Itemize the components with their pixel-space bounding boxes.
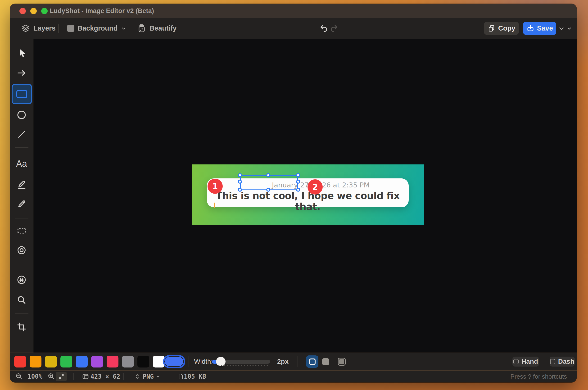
- layers-button[interactable]: Layers: [21, 18, 56, 39]
- chevron-down-icon: [121, 25, 127, 32]
- pointer-icon: [16, 48, 27, 58]
- beautify-label: Beautify: [149, 24, 177, 32]
- marker-icon: [16, 179, 27, 190]
- main-toolbar: Layers Background: [10, 18, 577, 39]
- redo-button[interactable]: [329, 18, 339, 39]
- zoom-in-button[interactable]: [47, 371, 55, 383]
- toolbar-separator: [58, 24, 59, 33]
- magnifier-tool[interactable]: [16, 294, 27, 305]
- text-caret: [214, 202, 215, 208]
- format-selector[interactable]: PNG: [134, 371, 161, 383]
- hand-toggle-button[interactable]: Hand: [512, 357, 539, 367]
- crop-tool[interactable]: [16, 322, 27, 333]
- zoom-in-icon: [47, 373, 55, 381]
- arrow-icon: [16, 67, 27, 78]
- undo-icon: [319, 24, 329, 33]
- sidebar-divider: [15, 218, 28, 218]
- zoom-out-button[interactable]: [15, 371, 23, 383]
- status-separator: [73, 373, 74, 380]
- dimensions-icon: [82, 371, 89, 383]
- background-dropdown[interactable]: Background: [67, 18, 127, 39]
- color-swatch-green[interactable]: [60, 356, 72, 368]
- color-swatch-black[interactable]: [137, 356, 149, 368]
- stroke-style-button[interactable]: [306, 355, 318, 368]
- chevron-down-icon[interactable]: [558, 25, 565, 32]
- expand-icon: [58, 373, 65, 380]
- width-slider-ticks: [218, 365, 268, 366]
- selection-handle[interactable]: [238, 180, 242, 184]
- rectangle-tool[interactable]: [12, 84, 32, 104]
- sidebar-divider: [15, 265, 28, 265]
- target-tool[interactable]: [16, 245, 27, 256]
- format-value: PNG: [143, 373, 154, 380]
- window-title: LudyShot - Image Editor v2 (Beta): [50, 4, 154, 18]
- step-number-tool[interactable]: [16, 274, 27, 285]
- undo-button[interactable]: [319, 18, 329, 39]
- selected-color-indicator[interactable]: [163, 355, 185, 368]
- selection-handle[interactable]: [296, 180, 300, 184]
- color-swatch-gray[interactable]: [122, 356, 134, 368]
- marquee-icon: [16, 225, 27, 236]
- step-badge-2[interactable]: 2: [308, 179, 323, 195]
- bottom-controls-bar: Width: 2px Hand Dash: [10, 353, 577, 370]
- redo-icon: [329, 24, 339, 33]
- zoom-out-icon: [15, 373, 23, 381]
- selection-handle[interactable]: [266, 188, 270, 192]
- fullscreen-window-button[interactable]: [41, 8, 48, 14]
- marker-tool[interactable]: [16, 179, 27, 190]
- edited-image[interactable]: January 27, 2026 at 2:35 PM This is not …: [192, 164, 424, 225]
- canvas[interactable]: January 27, 2026 at 2:35 PM This is not …: [34, 39, 577, 352]
- selection-handle[interactable]: [296, 173, 300, 177]
- notification-card: January 27, 2026 at 2:35 PM This is not …: [207, 178, 409, 207]
- chevron-down-icon[interactable]: [566, 25, 572, 32]
- sidebar-divider: [15, 147, 28, 148]
- layers-icon: [21, 24, 30, 33]
- desktop-background: LudyShot - Image Editor v2 (Beta) Layers…: [0, 0, 588, 390]
- minimize-window-button[interactable]: [30, 8, 37, 14]
- chevron-down-icon: [155, 374, 161, 379]
- selection-handle[interactable]: [296, 188, 300, 192]
- selection-handle[interactable]: [238, 188, 242, 192]
- arrow-tool[interactable]: [16, 67, 27, 78]
- beautify-button[interactable]: Beautify: [137, 18, 177, 39]
- pointer-tool[interactable]: [16, 48, 27, 58]
- color-swatch-pink[interactable]: [107, 356, 118, 368]
- dash-toggle-button[interactable]: Dash: [550, 357, 575, 367]
- fill-style-button[interactable]: [322, 358, 329, 365]
- stroke-and-fill-style-button[interactable]: [338, 358, 346, 366]
- controls-separator: [298, 356, 298, 367]
- text-tool-icon: Aa: [16, 159, 27, 169]
- pencil-tool[interactable]: [16, 198, 27, 209]
- step-badge-1[interactable]: 1: [208, 179, 223, 194]
- sidebar-divider: [15, 313, 28, 314]
- width-label: Width:: [194, 353, 213, 370]
- selection-handle[interactable]: [238, 173, 242, 177]
- titlebar: LudyShot - Image Editor v2 (Beta): [10, 4, 577, 18]
- ellipse-tool[interactable]: [16, 109, 27, 120]
- text-tool[interactable]: Aa: [16, 159, 27, 169]
- color-swatch-orange[interactable]: [30, 356, 42, 368]
- color-swatch-yellow[interactable]: [45, 356, 57, 368]
- line-tool[interactable]: [16, 129, 27, 140]
- beautify-icon: [137, 24, 146, 33]
- copy-icon: [488, 24, 496, 33]
- width-value: 2px: [277, 353, 289, 370]
- selection-rectangle[interactable]: [240, 175, 298, 190]
- color-swatch-red[interactable]: [14, 356, 26, 368]
- copy-button[interactable]: Copy: [484, 22, 519, 35]
- image-dimensions: 423 × 62: [90, 371, 120, 383]
- controls-separator: [188, 356, 189, 367]
- zoom-level: 100%: [28, 371, 43, 383]
- color-swatch-blue[interactable]: [76, 356, 88, 368]
- fit-to-screen-button[interactable]: [56, 372, 67, 381]
- stroke-only-icon: [309, 358, 316, 365]
- status-separator: [168, 373, 168, 380]
- stroke-fill-icon: [339, 359, 344, 364]
- marquee-tool[interactable]: [16, 225, 27, 236]
- close-window-button[interactable]: [19, 8, 26, 14]
- app-window: LudyShot - Image Editor v2 (Beta) Layers…: [10, 4, 577, 383]
- save-button[interactable]: Save: [523, 22, 556, 35]
- selection-handle[interactable]: [266, 173, 270, 177]
- tool-sidebar: Aa: [10, 39, 34, 352]
- color-swatch-purple[interactable]: [91, 356, 103, 368]
